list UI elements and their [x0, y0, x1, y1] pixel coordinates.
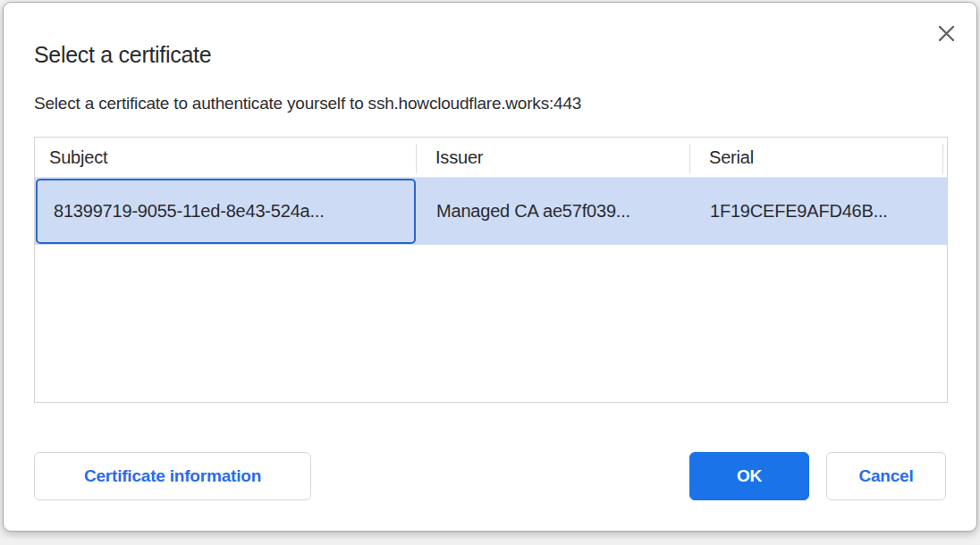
table-header-row: Subject Issuer Serial: [35, 138, 947, 178]
cell-serial[interactable]: 1F19CEFE9AFD46B...: [689, 178, 942, 245]
cell-subject[interactable]: 81399719-9055-11ed-8e43-524a...: [36, 179, 416, 244]
column-header-serial: Serial: [689, 138, 942, 177]
certificate-row[interactable]: 81399719-9055-11ed-8e43-524a... Managed …: [35, 178, 947, 245]
column-header-issuer: Issuer: [416, 138, 689, 177]
cell-issuer[interactable]: Managed CA ae57f039...: [416, 178, 689, 245]
close-button[interactable]: [934, 21, 959, 46]
column-header-spacer: [942, 138, 948, 177]
ok-button[interactable]: OK: [689, 452, 809, 500]
column-header-subject: Subject: [35, 138, 416, 177]
certificate-table: Subject Issuer Serial 81399719-9055-11ed…: [34, 137, 948, 403]
dialog-subtitle: Select a certificate to authenticate you…: [34, 94, 581, 113]
close-icon: [938, 25, 955, 42]
cell-spacer: [942, 178, 948, 245]
certificate-select-dialog: Select a certificate Select a certificat…: [3, 2, 977, 532]
certificate-information-button[interactable]: Certificate information: [34, 452, 311, 500]
cancel-button[interactable]: Cancel: [826, 452, 946, 500]
dialog-title: Select a certificate: [34, 42, 211, 68]
